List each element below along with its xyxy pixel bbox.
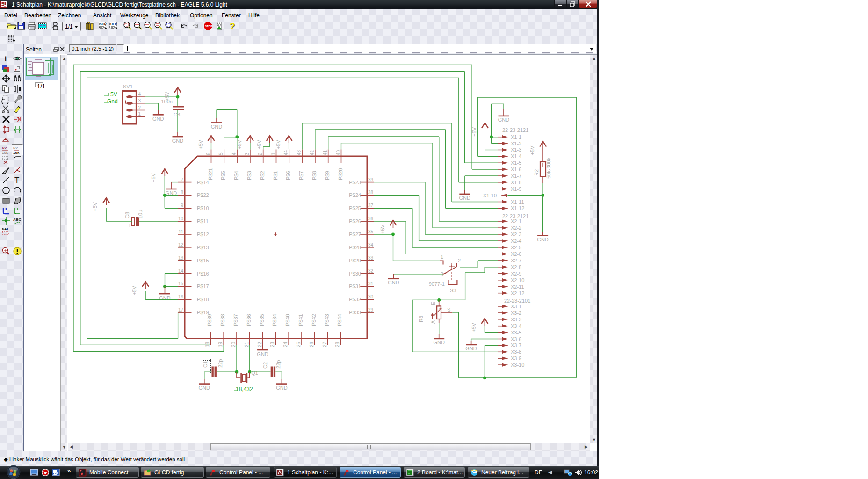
svg-text:50k-300k: 50k-300k xyxy=(546,157,551,179)
svg-text:C3: C3 xyxy=(174,112,180,117)
svg-text:P$42: P$42 xyxy=(311,314,317,326)
svg-text:43: 43 xyxy=(297,150,302,155)
svg-text:P$43: P$43 xyxy=(324,314,330,326)
svg-text:X2-1: X2-1 xyxy=(511,218,521,224)
svg-text:GND: GND xyxy=(211,124,223,130)
svg-text:44: 44 xyxy=(283,150,289,155)
svg-text:GND: GND xyxy=(459,195,471,201)
svg-text:>AT: >AT xyxy=(2,227,9,231)
svg-text:X3-9: X3-9 xyxy=(511,356,521,361)
svg-text:R2: R2 xyxy=(13,146,18,150)
svg-text:9: 9 xyxy=(181,203,183,208)
svg-text:+5V: +5V xyxy=(529,145,535,155)
svg-text:37: 37 xyxy=(368,203,374,208)
svg-text:GND: GND xyxy=(166,190,177,196)
svg-text:32: 32 xyxy=(368,269,374,274)
svg-text:+5V: +5V xyxy=(256,139,262,149)
svg-text:GND: GND xyxy=(172,138,184,144)
svg-text:17: 17 xyxy=(178,307,184,312)
svg-text:27: 27 xyxy=(322,341,327,347)
svg-text:X1-8: X1-8 xyxy=(511,180,521,185)
svg-text:42: 42 xyxy=(310,150,315,155)
svg-text:22p: 22p xyxy=(275,360,281,369)
svg-text:X3-3: X3-3 xyxy=(511,317,521,322)
svg-text:P$2: P$2 xyxy=(260,171,265,180)
svg-text:6: 6 xyxy=(206,152,211,155)
svg-text:P$16: P$16 xyxy=(197,271,209,276)
svg-text:P$35: P$35 xyxy=(259,314,265,326)
svg-text:X2-2: X2-2 xyxy=(511,225,521,231)
svg-text:GND: GND xyxy=(199,385,210,391)
svg-text:P$22: P$22 xyxy=(197,192,209,198)
svg-text:P$11: P$11 xyxy=(197,218,209,224)
svg-text:X2-9: X2-9 xyxy=(511,271,521,276)
svg-text:20: 20 xyxy=(231,341,236,347)
svg-text:X2-6: X2-6 xyxy=(511,251,521,257)
svg-text:P$39: P$39 xyxy=(207,314,212,326)
svg-text:Gnd: Gnd xyxy=(107,98,118,105)
svg-text:X1-2: X1-2 xyxy=(511,141,521,146)
svg-text:X2-10: X2-10 xyxy=(511,277,524,283)
svg-text:X3-4: X3-4 xyxy=(511,323,521,329)
svg-text:9077-1: 9077-1 xyxy=(429,281,445,287)
svg-text:+5V: +5V xyxy=(471,127,477,137)
svg-text:+5V: +5V xyxy=(92,202,98,211)
svg-text:P$36: P$36 xyxy=(246,314,252,326)
svg-text:2: 2 xyxy=(138,105,141,110)
svg-text:GND: GND xyxy=(537,237,549,242)
svg-text:P$20: P$20 xyxy=(338,168,343,180)
svg-text:P$4: P$4 xyxy=(233,171,239,180)
svg-text:1: 1 xyxy=(441,254,443,260)
svg-text:15: 15 xyxy=(178,281,184,286)
svg-text:R3: R3 xyxy=(418,316,424,322)
svg-text:30: 30 xyxy=(368,294,374,299)
svg-text:29: 29 xyxy=(368,307,374,312)
svg-text:2: 2 xyxy=(458,258,461,263)
svg-text:P$3: P$3 xyxy=(246,171,252,180)
svg-text:X3-6: X3-6 xyxy=(511,336,521,342)
svg-text:5: 5 xyxy=(218,152,224,155)
svg-text:19: 19 xyxy=(218,341,223,347)
svg-text:P$34: P$34 xyxy=(272,314,277,326)
svg-text:16: 16 xyxy=(178,294,184,299)
svg-text:8: 8 xyxy=(181,190,183,195)
svg-text:X1-10: X1-10 xyxy=(483,193,497,198)
svg-text:3: 3 xyxy=(138,98,141,103)
svg-text:ABC: ABC xyxy=(13,218,22,222)
svg-text:4: 4 xyxy=(231,152,237,155)
svg-text:P$21: P$21 xyxy=(208,168,213,180)
svg-text:39: 39 xyxy=(368,177,374,182)
svg-text:+5V: +5V xyxy=(107,91,117,98)
svg-text:P$12: P$12 xyxy=(197,232,209,237)
svg-text:+5V: +5V xyxy=(380,224,385,234)
svg-text:S3: S3 xyxy=(450,288,456,293)
svg-text:P$27: P$27 xyxy=(349,232,361,237)
svg-text:X2-5: X2-5 xyxy=(511,245,521,250)
svg-text:+5V: +5V xyxy=(237,139,242,149)
svg-text:P$33: P$33 xyxy=(349,310,361,315)
svg-text:P$28: P$28 xyxy=(349,245,361,250)
svg-text:P$18: P$18 xyxy=(197,297,209,302)
svg-text:X2-3: X2-3 xyxy=(511,232,521,237)
svg-text:33: 33 xyxy=(368,255,374,261)
svg-text:13: 13 xyxy=(178,255,184,261)
svg-text:SV1: SV1 xyxy=(123,84,133,89)
svg-text:X3-7: X3-7 xyxy=(511,342,521,348)
svg-text:P$1: P$1 xyxy=(273,171,278,180)
svg-text:GND: GND xyxy=(388,280,399,285)
svg-text:X1-7: X1-7 xyxy=(511,173,521,179)
svg-text:18: 18 xyxy=(205,341,210,347)
svg-text:10u: 10u xyxy=(137,210,143,218)
svg-text:P$10: P$10 xyxy=(197,205,209,211)
svg-text:7: 7 xyxy=(181,177,183,182)
svg-text:C8: C8 xyxy=(124,212,130,218)
svg-text:4: 4 xyxy=(138,92,141,97)
svg-text:P$8: P$8 xyxy=(311,171,317,180)
svg-text:X1-1: X1-1 xyxy=(511,134,521,140)
svg-text:+5V: +5V xyxy=(198,139,203,149)
svg-text:P$13: P$13 xyxy=(197,245,209,250)
svg-text:25: 25 xyxy=(296,341,301,347)
svg-text:X3-1: X3-1 xyxy=(511,304,521,309)
svg-text:P$24: P$24 xyxy=(349,192,361,198)
svg-text:22p: 22p xyxy=(217,359,223,368)
